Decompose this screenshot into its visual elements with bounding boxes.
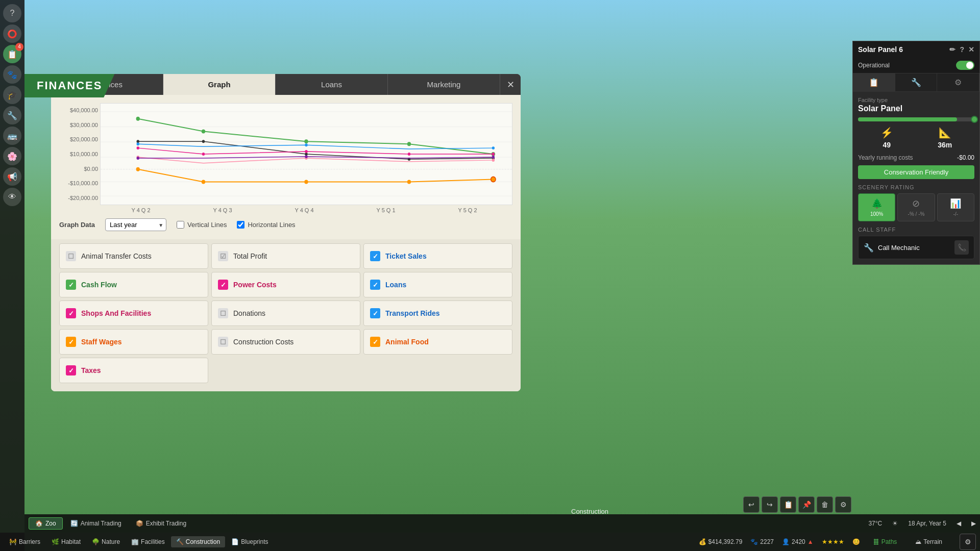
sidebar-icon-transport[interactable]: 🚌 [3,127,21,145]
scenery-btn-na1[interactable]: ⊘ -% / -% [897,193,935,221]
mode-exhibit-trading[interactable]: 📦 Exhibit Trading [129,517,193,530]
money-val: $414,392.79 [708,538,743,545]
bottom-tab-construction[interactable]: 🔨 Construction [171,536,225,547]
cell-loans[interactable]: ✓ Loans [363,272,512,297]
mode-zoo[interactable]: 🏠 Zoo [29,517,63,530]
scenery-tree-icon: 🌲 [871,198,883,209]
y-label-7: -$20,000.00 [61,195,98,201]
label-power-costs: Power Costs [233,281,277,289]
checkbox-donations[interactable]: ☐ [218,308,228,318]
vertical-lines-checkbox[interactable]: Vertical Lines [177,221,227,229]
action-btn-2[interactable]: ↪ [762,496,778,513]
cell-power-costs[interactable]: ✓ Power Costs [211,272,360,297]
y-label-2: $30,000.00 [61,122,98,128]
bottom-tab-habitat[interactable]: 🌿 Habitat [46,536,86,547]
action-btn-delete[interactable]: 🗑 [817,496,833,513]
horizontal-lines-input[interactable] [237,221,244,229]
label-taxes: Taxes [81,366,101,374]
checkbox-loans[interactable]: ✓ [370,280,380,290]
help-icon[interactable]: ? [960,45,964,54]
tab-loans[interactable]: Loans [276,74,388,95]
bottom-tab-paths[interactable]: 🛤 Paths [868,536,902,547]
nav-prev[interactable]: ◀ [957,520,961,527]
sidebar-icon-broadcast[interactable]: 📢 [3,167,21,186]
bottom-tab-barriers[interactable]: 🚧 Barriers [4,536,45,547]
close-button[interactable]: ✕ [500,74,521,95]
time-filter-dropdown[interactable]: Last year Last 2 years All time [105,218,166,231]
solar-tab-settings[interactable]: ⚙ [937,73,979,91]
horizontal-lines-checkbox[interactable]: Horizontal Lines [237,221,295,229]
bottom-tab-facilities[interactable]: 🏢 Facilities [126,536,170,547]
sidebar-icon-notifications[interactable]: ⭕ [3,24,21,43]
cell-animal-food[interactable]: ✓ Animal Food [363,329,512,355]
conservation-btn[interactable]: Conservation Friendly [858,165,974,179]
checkbox-transport-rides[interactable]: ✓ [370,308,380,318]
scenery-btn-na2[interactable]: 📊 -/- [937,193,974,221]
svg-point-20 [408,153,410,156]
solar-tab-wrench[interactable]: 🔧 [895,73,938,91]
edit-icon[interactable]: ✏ [949,45,955,54]
time-filter-select[interactable]: Last year Last 2 years All time [105,218,166,231]
sidebar-icon-tasks[interactable]: 📋 [3,45,21,63]
label-cash-flow: Cash Flow [81,281,117,289]
cell-shops-facilities[interactable]: ✓ Shops And Facilities [59,300,208,326]
checkbox-cash-flow[interactable]: ✓ [66,280,76,290]
label-animal-transfer: Animal Transfer Costs [81,252,152,260]
checkbox-total-profit[interactable]: ☑ [218,251,228,261]
scenery-100-label: 100% [870,211,884,217]
cell-cash-flow[interactable]: ✓ Cash Flow [59,272,208,297]
bottom-tab-nature[interactable]: 🌳 Nature [87,536,125,547]
close-icon[interactable]: ✕ [968,45,974,54]
solar-panel-header: Solar Panel 6 ✏ ? ✕ [853,41,979,58]
action-btn-settings[interactable]: ⚙ [835,496,851,513]
checkbox-staff-wages[interactable]: ✓ [66,337,76,347]
action-btn-copy[interactable]: 📋 [780,496,796,513]
mode-animal-trading[interactable]: 🔄 Animal Trading [64,517,128,530]
sidebar-icon-animals[interactable]: 🐾 [3,65,21,84]
power-slider[interactable] [858,117,974,121]
y-axis: $40,000.00 $30,000.00 $20,000.00 $10,000… [59,103,100,205]
checkbox-animal-food[interactable]: ✓ [370,337,380,347]
sidebar-icon-education[interactable]: 🎓 [3,86,21,104]
cell-staff-wages[interactable]: ✓ Staff Wages [59,329,208,355]
cell-donations[interactable]: ☐ Donations [211,300,360,326]
finances-panel: Finances Graph Loans Marketing ✕ $40,000… [51,74,521,391]
graph-svg [100,103,512,205]
face-icon: 😊 [852,538,860,545]
checkbox-construction-costs[interactable]: ☐ [218,337,228,347]
solar-tab-info[interactable]: 📋 [853,73,895,91]
cell-construction-costs[interactable]: ☐ Construction Costs [211,329,360,355]
vertical-lines-input[interactable] [177,221,184,229]
cell-animal-transfer[interactable]: ☐ Animal Transfer Costs [59,243,208,269]
cell-taxes[interactable]: ✓ Taxes [59,358,208,383]
checkbox-animal-transfer[interactable]: ☐ [66,251,76,261]
bottom-tab-terrain[interactable]: ⛰ Terrain [910,536,947,547]
nav-next[interactable]: ▶ [971,520,976,527]
cell-transport-rides[interactable]: ✓ Transport Rides [363,300,512,326]
guests-val: 2420 [792,538,805,545]
cell-total-profit[interactable]: ☑ Total Profit [211,243,360,269]
tab-graph[interactable]: Graph [163,74,276,95]
sidebar-icon-help[interactable]: ? [3,4,21,22]
action-btn-1[interactable]: ↩ [743,496,760,513]
checkbox-shops-facilities[interactable]: ✓ [66,308,76,318]
sidebar-icon-nature[interactable]: 🌸 [3,147,21,165]
action-btn-paste[interactable]: 📌 [798,496,815,513]
call-mechanic-button[interactable]: 📞 [954,240,969,255]
y-label-3: $20,000.00 [61,136,98,142]
svg-point-29 [202,180,205,184]
tab-marketing[interactable]: Marketing [388,74,500,95]
checkbox-taxes[interactable]: ✓ [66,365,76,375]
cell-ticket-sales[interactable]: ✓ Ticket Sales [363,243,512,269]
svg-point-28 [136,167,140,171]
settings-cog[interactable]: ⚙ [960,534,976,550]
sidebar-icon-maintenance[interactable]: 🔧 [3,106,21,124]
graph-area: $40,000.00 $30,000.00 $20,000.00 $10,000… [51,95,521,239]
scenery-btn-100[interactable]: 🌲 100% [858,193,895,221]
exhibit-trading-label: Exhibit Trading [146,520,186,527]
bottom-tab-blueprints[interactable]: 📄 Blueprints [226,536,273,547]
checkbox-power-costs[interactable]: ✓ [218,280,228,290]
checkbox-ticket-sales[interactable]: ✓ [370,251,380,261]
sidebar-icon-view[interactable]: 👁 [3,188,21,206]
operational-toggle[interactable] [956,61,974,70]
